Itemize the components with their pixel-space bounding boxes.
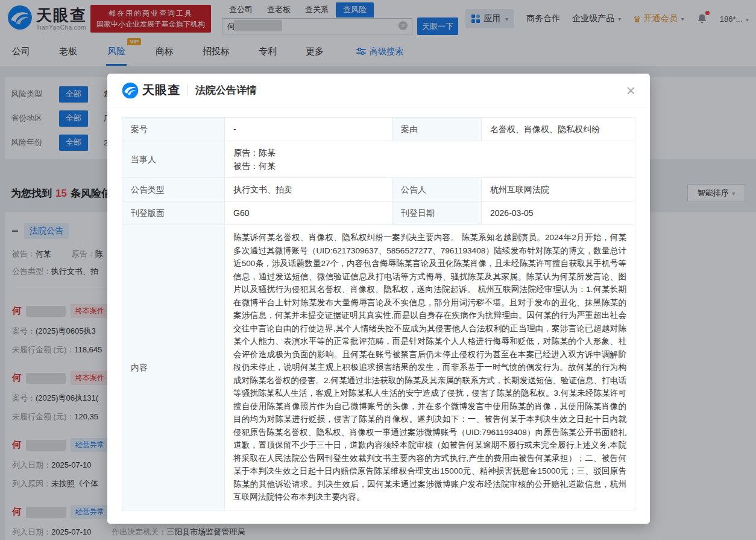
tianyancha-logo-icon bbox=[122, 82, 139, 99]
announcer-value: 杭州互联网法院 bbox=[482, 178, 635, 202]
publish-date-label: 刊登日期 bbox=[392, 202, 482, 225]
table-row: 内容 陈某诉何某名誉权、肖像权、隐私权纠纷一案判决主要内容。 陈某系知名越剧演员… bbox=[122, 225, 635, 510]
announcer-label: 公告人 bbox=[392, 178, 482, 202]
publish-date-value: 2026-03-05 bbox=[482, 202, 635, 225]
modal-body: 案号 - 案由 名誉权、肖像权、隐私权纠纷 当事人 原告：陈某 被告：何某 公告… bbox=[107, 107, 650, 520]
defendant-line: 被告：何某 bbox=[233, 159, 626, 173]
modal-header: 天眼查 法院公告详情 × bbox=[107, 74, 650, 107]
publish-page-label: 刊登版面 bbox=[122, 202, 225, 225]
content-label: 内容 bbox=[122, 225, 225, 510]
announcement-type-label: 公告类型 bbox=[122, 178, 225, 202]
table-row: 当事人 原告：陈某 被告：何某 bbox=[122, 141, 635, 178]
parties-value: 原告：陈某 被告：何某 bbox=[225, 141, 635, 178]
plaintiff-line: 原告：陈某 bbox=[233, 146, 626, 159]
modal-title: 法院公告详情 bbox=[195, 83, 257, 97]
page: 天眼查 TianYanCha.com 都在用的商业查询工具 国家中小企业发展子基… bbox=[0, 0, 756, 540]
announcement-detail-table: 案号 - 案由 名誉权、肖像权、隐私权纠纷 当事人 原告：陈某 被告：何某 公告… bbox=[122, 117, 635, 510]
close-icon[interactable]: × bbox=[626, 83, 635, 98]
announcement-type-value: 执行文书、拍卖 bbox=[225, 178, 392, 202]
cause-value: 名誉权、肖像权、隐私权纠纷 bbox=[482, 118, 635, 141]
publish-page-value: G60 bbox=[225, 202, 392, 225]
table-row: 案号 - 案由 名誉权、肖像权、隐私权纠纷 bbox=[122, 118, 635, 141]
divider bbox=[187, 85, 188, 96]
table-row: 公告类型 执行文书、拍卖 公告人 杭州互联网法院 bbox=[122, 178, 635, 202]
modal-brand: 天眼查 bbox=[142, 82, 180, 98]
parties-label: 当事人 bbox=[122, 141, 225, 178]
case-no-label: 案号 bbox=[122, 118, 225, 141]
cause-label: 案由 bbox=[392, 118, 482, 141]
court-announcement-modal: 天眼查 法院公告详情 × 案号 - 案由 名誉权、肖像权、隐私权纠纷 当事人 原… bbox=[107, 74, 650, 524]
case-no-value: - bbox=[225, 118, 392, 141]
table-row: 刊登版面 G60 刊登日期 2026-03-05 bbox=[122, 202, 635, 225]
content-value: 陈某诉何某名誉权、肖像权、隐私权纠纷一案判决主要内容。 陈某系知名越剧演员。20… bbox=[225, 225, 635, 510]
